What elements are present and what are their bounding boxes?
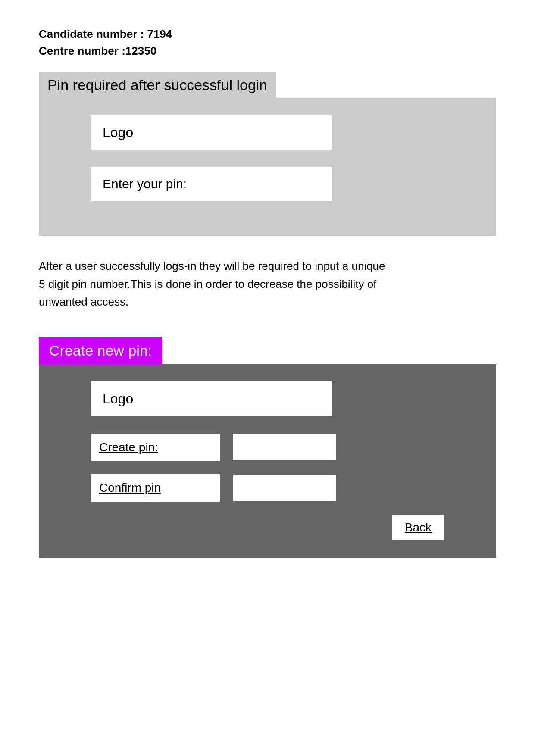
section2-logo-box: Logo	[91, 381, 332, 416]
confirm-pin-input[interactable]	[233, 475, 336, 501]
section2-title: Create new pin:	[39, 337, 162, 364]
confirm-pin-row: Confirm pin	[91, 474, 444, 502]
back-button-row: Back	[91, 515, 444, 540]
section1-mockup-panel: Logo Enter your pin:	[39, 98, 496, 236]
create-pin-row: Create pin:	[91, 434, 444, 461]
create-pin-input[interactable]	[233, 434, 336, 460]
section1-title: Pin required after successful login	[39, 72, 276, 98]
section2-mockup-panel: Logo Create pin: Confirm pin Back	[39, 364, 496, 558]
section2-wrapper: Create new pin: Logo Create pin: Confirm…	[39, 337, 496, 558]
confirm-pin-label: Confirm pin	[91, 474, 220, 502]
centre-number: Centre number :12350	[39, 43, 496, 59]
section1-logo-box: Logo	[91, 115, 332, 150]
back-button[interactable]: Back	[392, 515, 444, 540]
header-info: Candidate number : 7194 Centre number :1…	[39, 26, 496, 59]
create-pin-label: Create pin:	[91, 434, 220, 461]
section1-wrapper: Pin required after successful login Logo…	[39, 72, 496, 236]
section1-enter-pin-box: Enter your pin:	[91, 167, 332, 201]
candidate-number: Candidate number : 7194	[39, 26, 496, 43]
description-text: After a user successfully logs-in they w…	[39, 257, 392, 311]
